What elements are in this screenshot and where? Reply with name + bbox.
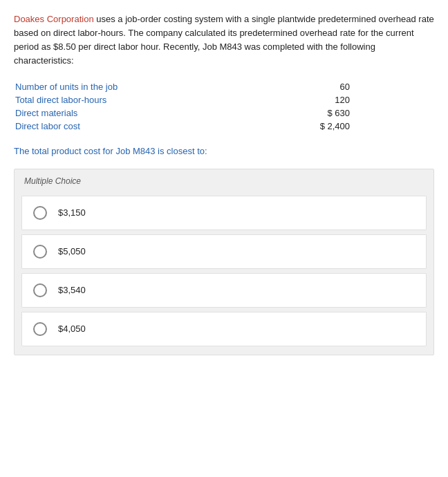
table-row: Direct labor cost $ 2,400 — [15, 120, 433, 132]
option-4-text: $4,050 — [58, 324, 86, 334]
value-direct-labor: $ 2,400 — [183, 120, 433, 132]
label-direct-labor: Direct labor cost — [15, 120, 181, 132]
table-row: Total direct labor-hours 120 — [15, 94, 433, 106]
multiple-choice-container: Multiple Choice $3,150 $5,050 $3,540 $4,… — [14, 169, 434, 355]
label-labor-hours: Total direct labor-hours — [15, 94, 181, 106]
company-name: Doakes Corporation — [14, 14, 94, 24]
label-units: Number of units in the job — [15, 81, 181, 93]
option-4[interactable]: $4,050 — [21, 312, 427, 346]
option-2-text: $5,050 — [58, 246, 86, 256]
characteristics-table: Number of units in the job 60 Total dire… — [14, 80, 434, 133]
value-labor-hours: 120 — [183, 94, 433, 106]
radio-1[interactable] — [33, 206, 47, 220]
table-row: Direct materials $ 630 — [15, 107, 433, 119]
value-units: 60 — [183, 81, 433, 93]
radio-2[interactable] — [33, 245, 47, 259]
label-direct-materials: Direct materials — [15, 107, 181, 119]
intro-paragraph: Doakes Corporation uses a job-order cost… — [14, 12, 434, 68]
radio-3[interactable] — [33, 283, 47, 297]
value-direct-materials: $ 630 — [183, 107, 433, 119]
option-1[interactable]: $3,150 — [21, 196, 427, 230]
radio-4[interactable] — [33, 322, 47, 336]
mc-label: Multiple Choice — [15, 176, 433, 191]
option-1-text: $3,150 — [58, 207, 86, 218]
question-text: The total product cost for Job M843 is c… — [14, 146, 434, 156]
option-3[interactable]: $3,540 — [21, 273, 427, 308]
option-2[interactable]: $5,050 — [21, 234, 427, 269]
option-3-text: $3,540 — [58, 285, 86, 295]
table-row: Number of units in the job 60 — [15, 81, 433, 93]
